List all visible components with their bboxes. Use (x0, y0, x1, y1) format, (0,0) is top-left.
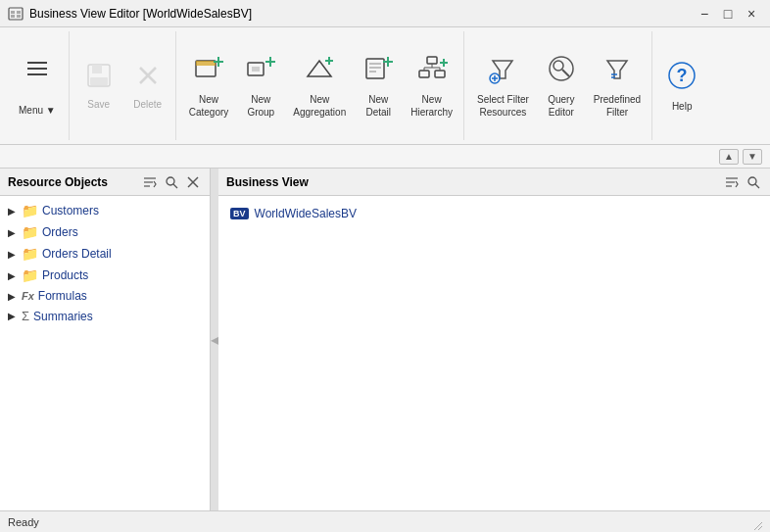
tree-label-customers: Customers (42, 204, 99, 218)
svg-line-55 (173, 184, 177, 188)
svg-rect-14 (196, 61, 216, 66)
right-panel-header: Business View (218, 169, 770, 196)
help-icon: ? (666, 60, 698, 96)
folder-icon-products: 📁 (22, 267, 38, 283)
tree-item-orders-detail[interactable]: ▶ 📁 Orders Detail (0, 243, 210, 265)
svg-line-64 (758, 526, 762, 530)
tree-label-formulas: Formulas (38, 289, 87, 303)
tree-arrow-orders-detail: ▶ (8, 249, 18, 260)
window-controls: − □ × (694, 3, 762, 24)
menu-icon (24, 55, 51, 87)
new-category-button[interactable]: New Category (182, 31, 236, 140)
toolbar-group-menu: Menu ▼ (6, 31, 70, 140)
predefined-filter-icon (602, 53, 633, 89)
right-panel-search-button[interactable] (745, 173, 762, 191)
bv-label-worldwidesalesbv: WorldWideSalesBV (255, 207, 357, 220)
tree-label-products: Products (42, 268, 88, 282)
svg-text:?: ? (677, 66, 688, 85)
new-hierarchy-label: New Hierarchy (410, 93, 453, 119)
svg-rect-1 (11, 11, 15, 14)
left-panel-header: Resource Objects (0, 169, 210, 196)
left-panel-sort-button[interactable] (141, 173, 159, 191)
select-filter-button[interactable]: Select Filter Resources (470, 31, 536, 140)
title-bar-left: Business View Editor [WorldWideSalesBV] (8, 6, 252, 22)
left-panel-actions (141, 173, 202, 191)
new-aggregation-icon (304, 53, 335, 89)
tree-label-orders: Orders (42, 225, 78, 239)
status-bar: Ready (0, 510, 770, 532)
bv-item-worldwidesalesbv[interactable]: BV WorldWideSalesBV (226, 204, 762, 223)
folder-icon-orders-detail: 📁 (22, 246, 38, 262)
menu-label: Menu ▼ (19, 91, 56, 117)
sigma-icon-summaries: Σ (22, 309, 29, 323)
svg-line-63 (754, 522, 762, 530)
tree-item-orders[interactable]: ▶ 📁 Orders (0, 221, 210, 243)
svg-rect-4 (17, 15, 21, 18)
delete-button[interactable]: Delete (124, 31, 171, 140)
svg-point-43 (550, 57, 573, 80)
new-group-icon (245, 53, 276, 89)
menu-button[interactable]: Menu ▼ (10, 31, 65, 140)
new-group-label: New Group (247, 93, 274, 119)
help-button[interactable]: ? Help (658, 31, 705, 140)
new-aggregation-button[interactable]: New Aggregation (286, 31, 353, 140)
new-aggregation-label: New Aggregation (293, 93, 346, 119)
svg-point-44 (553, 61, 563, 71)
svg-rect-10 (90, 77, 108, 85)
tree-arrow-formulas: ▶ (8, 291, 18, 302)
svg-rect-31 (419, 71, 429, 77)
tree-arrow-products: ▶ (8, 270, 18, 281)
help-label: Help (672, 100, 693, 113)
svg-marker-46 (607, 61, 627, 78)
tree-item-customers[interactable]: ▶ 📁 Customers (0, 200, 210, 221)
main-content: Resource Objects (0, 169, 770, 510)
svg-marker-39 (493, 61, 512, 78)
svg-point-54 (167, 177, 174, 185)
svg-rect-18 (252, 67, 260, 72)
delete-icon (134, 62, 162, 94)
new-hierarchy-button[interactable]: New Hierarchy (404, 31, 459, 140)
tree-item-products[interactable]: ▶ 📁 Products (0, 265, 210, 286)
close-button[interactable]: × (741, 3, 762, 24)
svg-line-62 (755, 184, 759, 188)
toolbar-group-help: ? Help (654, 31, 709, 140)
save-button[interactable]: Save (75, 31, 122, 140)
query-editor-icon (546, 53, 577, 89)
title-bar: Business View Editor [WorldWideSalesBV] … (0, 0, 770, 27)
window-title: Business View Editor [WorldWideSalesBV] (29, 7, 252, 21)
new-hierarchy-icon (416, 53, 448, 89)
fx-icon-formulas: Fx (22, 290, 34, 302)
left-panel: Resource Objects (0, 169, 211, 510)
app-icon (8, 6, 24, 22)
new-category-icon (193, 53, 224, 89)
left-panel-close-button[interactable] (184, 173, 202, 191)
save-label: Save (87, 98, 110, 111)
query-editor-button[interactable]: Query Editor (538, 31, 585, 140)
status-text: Ready (8, 516, 39, 528)
new-detail-icon (362, 53, 394, 89)
new-detail-button[interactable]: New Detail (355, 31, 402, 140)
nav-down-button[interactable]: ▼ (743, 149, 762, 165)
tree-arrow-customers: ▶ (8, 206, 18, 217)
toolbar: Menu ▼ Save Delete (0, 27, 770, 145)
tree-item-formulas[interactable]: ▶ Fx Formulas (0, 286, 210, 306)
panel-splitter[interactable]: ◀ (211, 169, 218, 510)
maximize-button[interactable]: □ (717, 3, 739, 24)
predefined-filter-button[interactable]: Predefined Filter (587, 31, 648, 140)
right-panel-sort-button[interactable] (723, 173, 741, 191)
tree-item-summaries[interactable]: ▶ Σ Summaries (0, 306, 210, 326)
right-panel-actions (723, 173, 762, 191)
svg-marker-21 (308, 61, 331, 76)
new-group-button[interactable]: New Group (237, 31, 284, 140)
svg-point-61 (748, 177, 756, 185)
minimize-button[interactable]: − (694, 3, 715, 24)
svg-rect-32 (435, 71, 445, 77)
tree-label-summaries: Summaries (33, 310, 93, 323)
business-view-content: BV WorldWideSalesBV (218, 196, 770, 510)
folder-icon-customers: 📁 (22, 203, 38, 218)
left-panel-search-button[interactable] (163, 173, 180, 191)
nav-up-button[interactable]: ▲ (719, 149, 739, 165)
toolbar-group-filter: Select Filter Resources Query Editor P (466, 31, 652, 140)
resize-grip[interactable] (746, 514, 762, 530)
svg-rect-24 (366, 59, 384, 78)
